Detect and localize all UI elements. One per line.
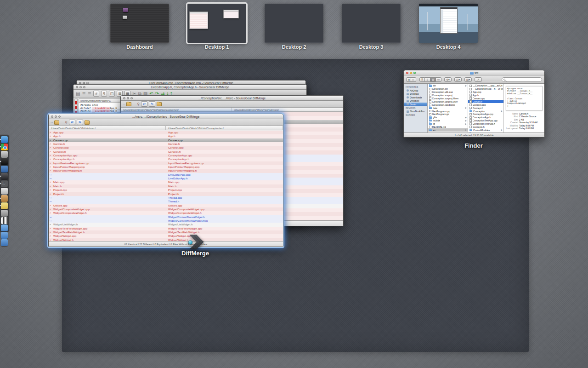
close-icon[interactable] bbox=[406, 72, 408, 74]
open-pair-icon[interactable]: ·· bbox=[51, 120, 53, 126]
file-row[interactable]: App.cpp bbox=[468, 91, 503, 94]
file-row[interactable]: data▶ bbox=[428, 106, 468, 109]
minimize-icon[interactable] bbox=[410, 72, 412, 74]
sidebar-item-downloads[interactable]: Downloads bbox=[404, 96, 427, 99]
file-row[interactable]: Concept.h bbox=[468, 106, 503, 109]
zoom-icon[interactable] bbox=[83, 86, 85, 88]
folder-stack-icon[interactable] bbox=[1, 224, 8, 231]
back-button[interactable]: ◀ bbox=[406, 77, 411, 82]
diffmerge-group-label[interactable]: DiffMerge bbox=[163, 250, 227, 257]
diff-row[interactable]: ↪Thread.h bbox=[49, 200, 283, 203]
finder-group-label[interactable]: Finder bbox=[441, 142, 506, 149]
diff-row[interactable]: ≠ConceptionApp.cppConceptionApp.cpp bbox=[49, 154, 283, 157]
finder-window[interactable]: src ◀ ▶ ⠿ ≡ ▥ ▭ ⚙▾ ◳▾ ▤▾ ↗ FAVORITESAirD… bbox=[403, 70, 545, 138]
diff-row[interactable]: ≠Input/GestureRecognizer.cppInput/Gestur… bbox=[49, 161, 283, 165]
diff-row[interactable]: ≠Project.cppProject.cpp bbox=[49, 188, 283, 192]
file-row[interactable]: ConceptionApp.h bbox=[468, 116, 503, 119]
space-thumbnail-desktop4[interactable] bbox=[419, 4, 478, 43]
diff-row[interactable]: ≠Widget/CompositeWidget.hWidget/Composit… bbox=[49, 211, 283, 215]
file-row[interactable]: Conception.v11.suo bbox=[428, 91, 468, 94]
left-path-header[interactable]: /Users/Dmitri/Dmitri/^Work/^GitHub/msrc/ bbox=[49, 126, 166, 130]
space-thumbnail-desktop2[interactable] bbox=[265, 4, 323, 43]
folder-filter-icon[interactable] bbox=[157, 102, 162, 106]
zoom-icon[interactable] bbox=[413, 72, 416, 74]
file-row[interactable]: ControlModules▶ bbox=[468, 128, 503, 132]
space-thumbnail-desktop3[interactable] bbox=[342, 4, 401, 43]
diff-row[interactable]: ≠Widget/CompositeWidget.cppWidget/Compos… bbox=[49, 207, 283, 211]
piano-app-icon[interactable] bbox=[1, 217, 8, 224]
show-peerless-button[interactable]: ⇆ bbox=[149, 101, 155, 107]
gray-sphere-app-icon[interactable] bbox=[1, 151, 8, 158]
file-row[interactable]: Canvas.cpp bbox=[468, 97, 503, 100]
left-path-header[interactable]: /Users/Dmitri/Dmitri/^Work/^GitHub/Conce… bbox=[121, 108, 232, 111]
file-row[interactable]: Conception.vcxproj.user bbox=[428, 100, 468, 103]
space-thumbnail-dashboard[interactable] bbox=[110, 4, 169, 43]
line-numbers-icon[interactable]: # bbox=[93, 91, 99, 97]
file-row[interactable]: Conception.vcxproj.filters bbox=[428, 97, 468, 100]
share-button[interactable]: ↗ bbox=[475, 77, 482, 82]
diffmerge-window-front[interactable]: .../msrc, .../Conception/src - SourceGea… bbox=[48, 114, 283, 247]
diff-row[interactable]: ≠Canvas.cppCanvas.cpp bbox=[49, 138, 283, 142]
diff-row[interactable]: ≠Concept.cppConcept.cpp bbox=[49, 146, 283, 150]
close-icon[interactable] bbox=[51, 115, 53, 118]
sidebar-item-airdrop[interactable]: AirDrop bbox=[404, 89, 427, 92]
finder-column-2[interactable]: __Conception.__cpp__acUsf3__ConceptionAp… bbox=[468, 84, 504, 132]
file-row[interactable]: lib▶ bbox=[428, 122, 468, 126]
file-row[interactable]: include▶ bbox=[428, 119, 468, 122]
file-row[interactable]: __ConceptionApp__h__vFkby5 bbox=[468, 87, 503, 91]
diff-row[interactable]: ↪Widget/ContextMenuWidget.hpp bbox=[49, 219, 283, 223]
show-peerless-button[interactable]: ⇆ bbox=[77, 120, 83, 125]
diff-row[interactable]: ≠Widget/Widget.cppWidget/Widget.cpp bbox=[49, 234, 283, 238]
file-row[interactable]: App.h bbox=[468, 94, 503, 97]
folder-filter-icon[interactable] bbox=[85, 121, 90, 125]
list-view-button[interactable]: ≡ bbox=[425, 77, 430, 82]
dropbox-menu[interactable]: ◳▾ bbox=[454, 77, 462, 82]
right-path-header[interactable]: /Users/Dmitri/Dmitri/^Work/^GitHub/Conce… bbox=[166, 126, 283, 130]
show-differences-button[interactable]: ⇄ bbox=[69, 120, 75, 125]
diff-row[interactable]: ↪LiveEditorApp.cpp bbox=[49, 173, 283, 177]
file-row[interactable]: GenProgram.cpp bbox=[428, 109, 468, 113]
finder-icon[interactable] bbox=[1, 136, 8, 143]
folder-stack-icon[interactable] bbox=[1, 232, 8, 239]
file-row[interactable]: GenProgram.go bbox=[428, 113, 468, 116]
diff-row[interactable]: ≠Widget/TextFieldWidget.cppWidget/TextFi… bbox=[49, 227, 283, 230]
file-row[interactable]: glfw▶ bbox=[428, 116, 468, 119]
finder-column-1[interactable]: bin▶Conception.slnConception.v11.suoConc… bbox=[428, 84, 468, 132]
view-lines-icon[interactable]: ≣ bbox=[82, 90, 85, 97]
file-row[interactable]: Concept.cpp bbox=[468, 103, 503, 106]
right-path-header[interactable]: /Users/Dmitri/Dmitri/^Work/^GitHub/msrc/ bbox=[232, 108, 343, 111]
search-input[interactable] bbox=[502, 77, 542, 82]
diff-row[interactable]: ≠App.hApp.h bbox=[49, 134, 283, 138]
sidebar-item-dropbox[interactable]: Dropbox bbox=[404, 99, 427, 103]
notes-app-icon[interactable] bbox=[1, 202, 8, 209]
diffmerge-app-icon[interactable] bbox=[186, 232, 205, 252]
diff-row[interactable]: ≠Widget/TextFieldWidget.hWidget/TextFiel… bbox=[49, 230, 283, 234]
sidebar-item-desktop[interactable]: Desktop bbox=[404, 92, 427, 96]
diff-row[interactable]: =Widget/ListWidget.hWidget/ListWidget.h bbox=[49, 223, 283, 226]
file-row[interactable]: README.md bbox=[428, 126, 468, 129]
column-view-button[interactable]: ▥ bbox=[430, 77, 436, 82]
diff-row[interactable]: ≠ConceptionApp.hConceptionApp.h bbox=[49, 157, 283, 161]
folder-stack-icon[interactable] bbox=[1, 239, 8, 246]
contacts-app-icon[interactable] bbox=[1, 195, 8, 202]
file-row[interactable]: src▶ bbox=[428, 128, 468, 132]
minimize-icon[interactable] bbox=[55, 115, 57, 118]
utility-app-icon[interactable] bbox=[1, 210, 8, 217]
zoom-icon[interactable] bbox=[130, 97, 133, 99]
diff-row[interactable]: ≠App.cppApp.cpp bbox=[49, 131, 283, 134]
forward-button[interactable]: ▶ bbox=[411, 77, 416, 82]
file-row[interactable]: Canvas.h bbox=[468, 100, 503, 103]
compare-icon[interactable]: ⚲ bbox=[137, 101, 140, 107]
file-row[interactable]: ConceptionTestApp.h bbox=[468, 122, 503, 126]
file-row[interactable]: Concepts.h bbox=[468, 126, 503, 129]
file-row[interactable]: ConceptionApp.cpp bbox=[468, 113, 503, 116]
open-folder-icon[interactable] bbox=[126, 102, 131, 106]
file-row[interactable]: Conception.sln bbox=[428, 87, 468, 91]
view-context-icon[interactable]: ≣ bbox=[88, 90, 91, 97]
view-file-panes-icon[interactable]: ▤ bbox=[76, 90, 80, 97]
diff-row[interactable]: ≠Input/PointerMapping.cppInput/PointerMa… bbox=[49, 165, 283, 169]
file-row[interactable]: ConceptionTestApp.cpp bbox=[468, 119, 503, 122]
pilcrow-icon[interactable]: ¶ bbox=[101, 91, 107, 97]
zoom-icon[interactable] bbox=[58, 115, 61, 118]
diff-row[interactable]: ↪LiveEditorApp.h bbox=[49, 177, 283, 180]
